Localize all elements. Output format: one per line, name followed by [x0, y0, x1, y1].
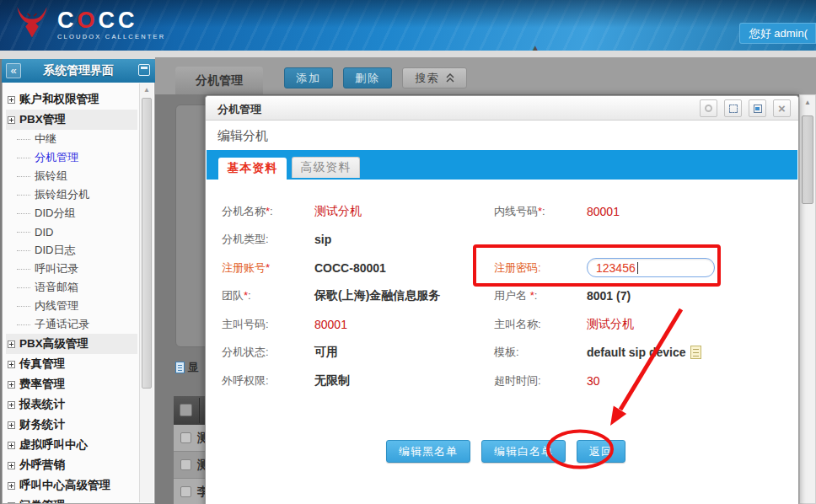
- dialog-title: 分机管理: [217, 102, 261, 117]
- sidebar-item-label: 呼叫记录: [35, 261, 78, 276]
- sidebar-item-呼叫记录[interactable]: 呼叫记录: [17, 260, 137, 278]
- plus-expand-icon[interactable]: [8, 340, 15, 348]
- sidebar-group-账户和权限管理[interactable]: 账户和权限管理: [6, 89, 137, 110]
- search-button[interactable]: 搜索: [402, 67, 467, 88]
- field-value: 80001: [314, 318, 347, 331]
- sidebar-group-label: 呼叫中心高级管理: [19, 478, 110, 493]
- dialog-circle-icon[interactable]: [700, 99, 717, 117]
- field-label: 注册密码:: [494, 260, 587, 276]
- sidebar-item-内线管理[interactable]: 内线管理: [17, 297, 137, 315]
- sidebar-item-label: 语音邮箱: [35, 280, 78, 295]
- select-all-checkbox[interactable]: [180, 404, 192, 416]
- form-row: [494, 226, 789, 255]
- plus-expand-icon[interactable]: [8, 482, 15, 490]
- sidebar-group-label: PBX高级管理: [19, 336, 89, 351]
- scroll-up-arrow-icon[interactable]: ▲: [800, 99, 815, 106]
- plus-expand-icon[interactable]: [8, 361, 15, 368]
- dialog-restore-icon[interactable]: [749, 99, 766, 117]
- page-scrollbar[interactable]: ▲: [799, 94, 816, 504]
- sidebar-group-label: 账户和权限管理: [19, 92, 99, 107]
- field-value: sip: [314, 233, 331, 246]
- edit-whitelist-button[interactable]: 编辑白名单: [481, 440, 566, 463]
- scrollbar-thumb[interactable]: [802, 115, 813, 204]
- sidebar-item-DID分组[interactable]: DID分组: [17, 204, 137, 223]
- dialog-tab-基本资料[interactable]: 基本资料: [218, 158, 287, 180]
- brand-letter: O: [78, 8, 99, 33]
- dialog-tabbar: 基本资料高级资料: [207, 150, 797, 180]
- sidebar-group-费率管理[interactable]: 费率管理: [6, 374, 137, 394]
- sidebar-group-报表统计[interactable]: 报表统计: [6, 394, 137, 415]
- sidebar-tree: 账户和权限管理PBX管理中继分机管理振铃组振铃组分机DID分组DIDDID日志呼…: [6, 89, 137, 504]
- plus-expand-icon[interactable]: [8, 96, 15, 104]
- plus-expand-icon[interactable]: [8, 116, 15, 124]
- sidebar-item-DID[interactable]: DID: [17, 223, 137, 241]
- form-row: 注册账号*COCC-80001: [222, 254, 500, 282]
- sidebar-item-分机管理[interactable]: 分机管理: [17, 148, 137, 167]
- plus-expand-icon[interactable]: [8, 381, 15, 389]
- plus-expand-icon[interactable]: [8, 401, 15, 409]
- field-label: 模板:: [494, 345, 587, 360]
- sidebar-item-label: 子通话记录: [35, 317, 89, 332]
- sidebar-item-振铃组[interactable]: 振铃组: [17, 167, 137, 185]
- sidebar-scrollbar[interactable]: ▲: [139, 83, 153, 502]
- scrollbar-thumb[interactable]: [142, 98, 152, 389]
- sidebar-header: « 系统管理界面: [2, 59, 155, 83]
- dialog-close-icon[interactable]: ×: [773, 99, 791, 117]
- plus-expand-icon[interactable]: [8, 462, 15, 469]
- sidebar-item-中继[interactable]: 中继: [17, 130, 137, 148]
- scroll-up-arrow-icon[interactable]: ▲: [140, 86, 153, 94]
- sidebar-collapse-icon[interactable]: «: [6, 63, 21, 78]
- form-right-column: 内线号码*:80001注册密码:用户名 *:8001 (7)主叫名称:测试分机模…: [494, 197, 789, 395]
- brand-text: COCC: [57, 8, 165, 32]
- brand-letter: C: [99, 8, 119, 33]
- show-columns-link[interactable]: 显: [175, 360, 199, 375]
- sidebar-group-label: 报表统计: [19, 397, 65, 412]
- panel-collapse-arrow-icon[interactable]: ▲: [531, 43, 540, 52]
- sidebar-group-问卷管理[interactable]: 问卷管理: [6, 496, 137, 504]
- sidebar-children: 中继分机管理振铃组振铃组分机DID分组DIDDID日志呼叫记录语音邮箱内线管理子…: [17, 130, 137, 334]
- form-left-column: 分机名称*:测试分机分机类型:sip注册账号*COCC-80001团队*:保歌(…: [222, 197, 500, 395]
- pin-window-icon[interactable]: [138, 64, 150, 76]
- sidebar-item-DID日志[interactable]: DID日志: [17, 241, 137, 260]
- row-checkbox[interactable]: [180, 459, 191, 470]
- tab-extension-management[interactable]: 分机管理: [175, 67, 263, 94]
- plus-expand-icon[interactable]: [8, 442, 15, 449]
- brand-subtitle: CLOUDOX CALLCENTER: [57, 33, 165, 40]
- password-input-wrap: [587, 258, 715, 277]
- register-password-input[interactable]: [587, 258, 715, 277]
- field-label: 超时时间:: [494, 373, 587, 389]
- field-label: 主叫名称:: [494, 317, 587, 332]
- sidebar-group-PBX高级管理[interactable]: PBX高级管理: [6, 334, 137, 354]
- sidebar-group-PBX管理[interactable]: PBX管理: [6, 110, 137, 130]
- required-star: *: [530, 289, 534, 302]
- template-document-icon[interactable]: [690, 346, 701, 359]
- dialog-titlebar[interactable]: 分机管理 ×: [206, 96, 798, 121]
- sidebar-group-label: 费率管理: [19, 377, 65, 392]
- field-value: 测试分机: [587, 317, 634, 332]
- sidebar-group-传真管理[interactable]: 传真管理: [6, 354, 137, 374]
- user-greeting-badge[interactable]: 您好 admin(: [739, 23, 816, 44]
- maximize-glyph: [729, 105, 738, 113]
- sidebar-group-label: 财务统计: [19, 417, 65, 432]
- dialog-tab-高级资料[interactable]: 高级资料: [292, 157, 360, 178]
- row-checkbox[interactable]: [180, 432, 191, 443]
- sidebar-body: 账户和权限管理PBX管理中继分机管理振铃组振铃组分机DID分组DIDDID日志呼…: [2, 83, 155, 504]
- field-value: 80001: [587, 205, 620, 218]
- bull-logo-icon: [13, 4, 51, 45]
- sidebar-item-子通话记录[interactable]: 子通话记录: [17, 315, 137, 334]
- edit-blacklist-button[interactable]: 编辑黑名单: [386, 440, 470, 463]
- row-checkbox[interactable]: [180, 486, 191, 497]
- sidebar-item-语音邮箱[interactable]: 语音邮箱: [17, 278, 137, 297]
- sidebar-group-虚拟呼叫中心[interactable]: 虚拟呼叫中心: [6, 435, 137, 455]
- dialog-maximize-icon[interactable]: [724, 99, 742, 117]
- sidebar-group-外呼营销[interactable]: 外呼营销: [6, 455, 137, 475]
- sidebar-group-呼叫中心高级管理[interactable]: 呼叫中心高级管理: [6, 475, 137, 496]
- form-row: 分机类型:sip: [222, 226, 500, 255]
- sidebar-item-振铃组分机[interactable]: 振铃组分机: [17, 185, 137, 204]
- delete-button[interactable]: 删除: [343, 67, 392, 88]
- add-button[interactable]: 添加: [284, 67, 333, 88]
- return-button[interactable]: 返回: [577, 440, 625, 463]
- plus-expand-icon[interactable]: [8, 421, 15, 429]
- sidebar-group-财务统计[interactable]: 财务统计: [6, 415, 137, 435]
- app-logo: COCC CLOUDOX CALLCENTER: [13, 4, 165, 45]
